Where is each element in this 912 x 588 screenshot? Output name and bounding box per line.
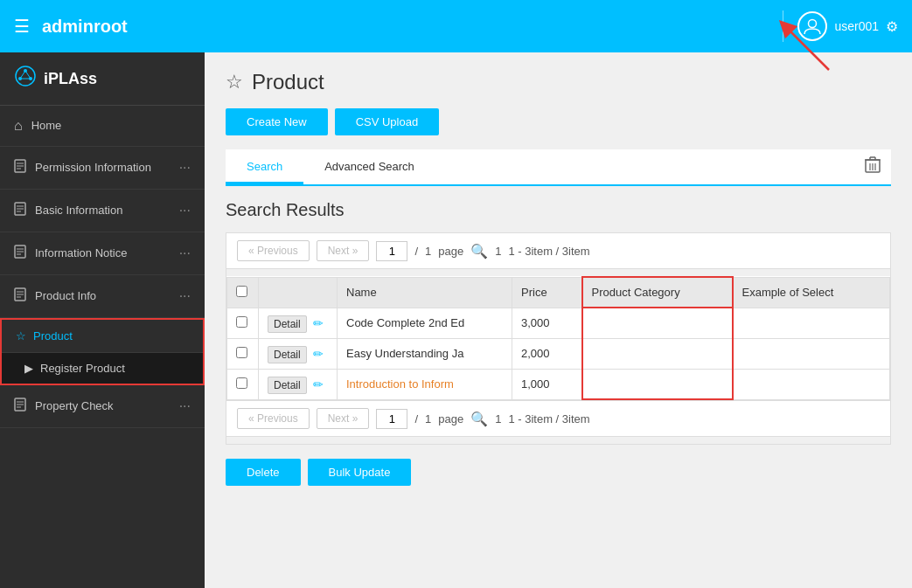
row-checkbox-2[interactable] — [236, 347, 247, 358]
page-label-top: page — [438, 245, 463, 258]
sidebar-item-permission-label: Permission Information — [35, 161, 179, 176]
sidebar-item-basic-label: Basic Information — [35, 204, 179, 218]
sidebar-item-notice-label: Information Notice — [35, 246, 179, 261]
csv-upload-button[interactable]: CSV Upload — [335, 108, 440, 135]
sidebar-item-notice-dots: ··· — [179, 246, 191, 261]
edit-button-3[interactable]: ✏ — [313, 377, 324, 391]
sidebar-item-basic-dots: ··· — [179, 203, 191, 218]
sidebar-logo: iPLAss — [0, 52, 205, 106]
th-product-category: Product Category — [582, 277, 733, 308]
header-user-section: user001 ⚙ — [797, 11, 898, 41]
th-checkbox — [227, 277, 259, 308]
delete-filter-icon[interactable] — [854, 149, 891, 184]
sidebar-item-property-dots: ··· — [179, 398, 191, 414]
page-count-num-bottom: 1 — [495, 412, 501, 425]
page-separator-top: / — [414, 245, 418, 258]
next-button-bottom[interactable]: Next » — [317, 408, 370, 429]
sidebar-item-home[interactable]: ⌂ Home — [0, 106, 205, 147]
search-page-icon-bottom[interactable]: 🔍 — [470, 411, 488, 427]
svg-line-7 — [20, 71, 25, 79]
detail-link-1[interactable]: Detail — [268, 315, 307, 333]
td-checkbox-2 — [227, 338, 259, 369]
document-icon — [14, 159, 26, 176]
sidebar-item-product-label: Product — [33, 329, 73, 342]
prev-button-top[interactable]: « Previous — [237, 240, 310, 261]
content-area: ☆ Product Create New CSV Upload Search A… — [205, 52, 912, 588]
table-row: Detail ✏ Easy Understanding Ja 2,000 — [227, 338, 890, 369]
sidebar-item-product[interactable]: ☆ Product — [2, 320, 203, 353]
sidebar-logo-text: iPLAss — [44, 70, 97, 88]
page-number-input-bottom[interactable] — [376, 409, 407, 429]
select-all-checkbox[interactable] — [236, 286, 247, 297]
sidebar-item-register-label: Register Product — [40, 362, 125, 375]
svg-point-2 — [809, 20, 817, 28]
td-category-3 — [582, 369, 733, 399]
page-label-bottom: page — [438, 412, 463, 425]
results-table-wrapper: « Previous Next » / 1 page 🔍 1 1 - 3item… — [226, 232, 891, 445]
th-actions — [259, 277, 338, 308]
sidebar-item-property-check[interactable]: Property Check ··· — [0, 385, 205, 428]
td-actions-2: Detail ✏ — [259, 338, 338, 369]
menu-toggle-icon[interactable]: ☰ — [14, 16, 30, 37]
prev-button-bottom[interactable]: « Previous — [237, 408, 310, 429]
sidebar-item-product-info[interactable]: Product Info ··· — [0, 275, 205, 318]
bulk-update-button[interactable]: Bulk Update — [308, 459, 412, 486]
td-name-3: Introduction to Inform — [338, 369, 512, 399]
iplass-logo-icon — [14, 65, 37, 87]
sidebar-product-section: ☆ Product ▶ Register Product — [0, 318, 205, 385]
sidebar-item-register-product[interactable]: ▶ Register Product — [2, 353, 203, 384]
tab-advanced-search[interactable]: Advanced Search — [303, 151, 435, 184]
sidebar-item-information-notice[interactable]: Information Notice ··· — [0, 232, 205, 275]
sidebar-item-permission-information[interactable]: Permission Information ··· — [0, 147, 205, 190]
settings-icon[interactable]: ⚙ — [886, 18, 898, 35]
tabs-row: Search Advanced Search — [226, 149, 891, 186]
trash-icon — [865, 156, 881, 174]
page-title-star-icon: ☆ — [226, 71, 243, 93]
page-title: Product — [252, 70, 324, 94]
row-checkbox-3[interactable] — [236, 377, 247, 389]
td-price-1: 3,000 — [512, 308, 582, 338]
tab-search[interactable]: Search — [226, 151, 303, 184]
td-example-2 — [733, 338, 890, 369]
row-checkbox-1[interactable] — [236, 316, 247, 328]
table-header-row: Name Price Product Category Example of S… — [227, 277, 890, 308]
search-results-title: Search Results — [226, 200, 891, 220]
edit-button-2[interactable]: ✏ — [313, 347, 324, 361]
sidebar-item-basic-information[interactable]: Basic Information ··· — [0, 190, 205, 232]
home-icon: ⌂ — [14, 118, 23, 134]
username-label: user001 — [834, 19, 879, 33]
delete-button[interactable]: Delete — [226, 459, 301, 486]
td-name-2: Easy Understanding Ja — [338, 338, 512, 369]
sidebar-item-home-label: Home — [31, 119, 191, 134]
header-divider — [783, 10, 783, 42]
td-actions-3: Detail ✏ — [259, 369, 338, 399]
document-icon-5 — [14, 398, 26, 415]
td-example-3 — [733, 369, 890, 399]
page-range-bottom: 1 - 3item / 3item — [508, 412, 589, 425]
search-page-icon-top[interactable]: 🔍 — [470, 243, 488, 259]
user-avatar-icon — [803, 17, 822, 36]
logo-icon — [14, 65, 37, 93]
next-button-top[interactable]: Next » — [317, 240, 370, 261]
page-count-num-top: 1 — [495, 245, 501, 258]
detail-link-3[interactable]: Detail — [268, 377, 307, 394]
page-title-row: ☆ Product — [226, 70, 891, 94]
document-icon-2 — [14, 202, 26, 219]
detail-link-2[interactable]: Detail — [268, 346, 307, 363]
pagination-top: « Previous Next » / 1 page 🔍 1 1 - 3item… — [226, 233, 890, 269]
results-table: Name Price Product Category Example of S… — [226, 276, 890, 400]
create-new-button[interactable]: Create New — [226, 108, 328, 135]
page-number-input-top[interactable] — [376, 241, 407, 261]
action-buttons: Create New CSV Upload — [226, 108, 891, 135]
document-icon-3 — [14, 245, 26, 262]
pagination-bottom: « Previous Next » / 1 page 🔍 1 1 - 3item… — [226, 400, 890, 437]
play-icon: ▶ — [24, 362, 33, 375]
sidebar-item-permission-dots: ··· — [179, 160, 191, 176]
sidebar-item-product-info-label: Product Info — [35, 289, 179, 304]
table-row: Detail ✏ Introduction to Inform 1,000 — [227, 369, 890, 399]
td-checkbox-3 — [227, 369, 259, 399]
edit-button-1[interactable]: ✏ — [313, 316, 324, 330]
td-category-2 — [582, 338, 733, 369]
star-icon: ☆ — [16, 329, 26, 342]
sidebar: iPLAss ⌂ Home Permission Information ···… — [0, 52, 205, 588]
